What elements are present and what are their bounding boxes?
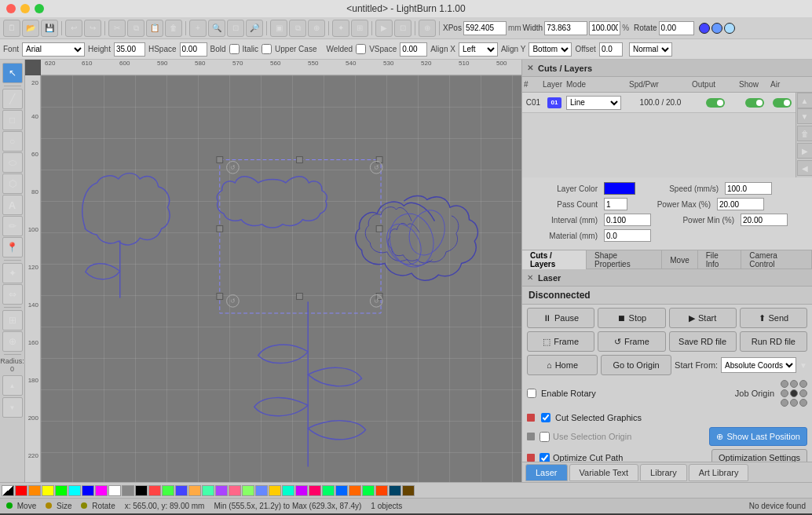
laser-close[interactable]: ✕ <box>527 273 533 282</box>
run-rd-btn[interactable]: Run RD file <box>740 331 807 352</box>
power-max-input[interactable] <box>717 198 764 210</box>
hspace-input[interactable] <box>180 42 207 57</box>
radius-up[interactable]: ▲ <box>2 375 23 396</box>
new-btn[interactable]: 🗒 <box>3 20 20 37</box>
undo-btn[interactable]: ↩ <box>65 20 82 37</box>
palette-color-18[interactable] <box>335 485 348 496</box>
optimize-check[interactable] <box>540 453 550 462</box>
stop-btn[interactable]: ⏹ Stop <box>598 308 665 328</box>
palette-color-10[interactable] <box>229 485 241 496</box>
save-rd-btn[interactable]: Save RD file <box>669 331 737 352</box>
row-layer-color[interactable]: 01 <box>543 97 566 108</box>
trace-btn[interactable]: ⊡ <box>394 20 411 37</box>
origin-bc[interactable] <box>790 399 798 407</box>
row-air[interactable] <box>770 98 794 108</box>
group-btn[interactable]: ▣ <box>270 20 287 37</box>
rotary-check[interactable] <box>527 389 536 398</box>
send-btn[interactable]: ⬆ Send <box>740 308 807 328</box>
pass-count-input[interactable] <box>604 198 627 210</box>
origin-tl[interactable] <box>781 380 788 388</box>
origin-btn[interactable]: Go to Origin <box>601 355 671 375</box>
palette-color-09[interactable] <box>135 485 148 496</box>
frame-btn1[interactable]: ⬚ Frame <box>527 331 594 352</box>
palette-color-03[interactable] <box>55 485 68 496</box>
node-edit-btn[interactable]: ✦ <box>332 20 349 37</box>
add-btn[interactable]: + <box>189 20 207 37</box>
palette-color-1d[interactable] <box>402 485 415 496</box>
palette-color-05[interactable] <box>82 485 94 496</box>
delete-layer-btn[interactable]: 🗑 <box>797 126 813 141</box>
aligny-select[interactable]: Bottom <box>529 42 572 57</box>
origin-ml[interactable] <box>781 389 788 397</box>
origin-bl[interactable] <box>781 399 788 407</box>
zoom-out-btn[interactable]: 🔎 <box>246 20 263 37</box>
save-btn[interactable]: 💾 <box>41 20 58 37</box>
row-show[interactable] <box>739 98 770 108</box>
palette-color-1c[interactable] <box>389 485 401 496</box>
palette-color-19[interactable] <box>349 485 361 496</box>
draw-path-tool[interactable]: ✏ <box>2 216 23 236</box>
palette-color-0d[interactable] <box>188 485 201 496</box>
palette-color-06[interactable] <box>95 485 108 496</box>
row-output[interactable] <box>692 98 739 108</box>
align-btn[interactable]: ⧉ <box>289 20 306 37</box>
preview-btn[interactable]: ▶ <box>375 20 393 37</box>
palette-color-16[interactable] <box>309 485 321 496</box>
bold-check[interactable] <box>229 44 240 54</box>
measure-tool[interactable]: 📍 <box>2 237 23 258</box>
draw-ellipse-tool[interactable]: ⬭ <box>2 152 23 173</box>
move-layer-right[interactable]: ▶ <box>797 143 813 159</box>
show-last-pos-btn[interactable]: ⊕ Show Last Position <box>709 427 807 446</box>
palette-color-0a[interactable] <box>148 485 161 496</box>
palette-color-0c[interactable] <box>175 485 188 496</box>
boolean-btn[interactable]: ⊕ <box>308 20 325 37</box>
palette-color-0f[interactable] <box>215 485 228 496</box>
origin-br[interactable] <box>799 399 807 407</box>
redo-btn[interactable]: ↪ <box>84 20 101 37</box>
paste-btn[interactable]: 📋 <box>146 20 163 37</box>
palette-color-02[interactable] <box>42 485 54 496</box>
show-toggle[interactable] <box>745 98 764 108</box>
bottom-tab-variable[interactable]: Variable Text <box>569 464 639 481</box>
cut-selected-check[interactable] <box>541 413 550 422</box>
font-height-input[interactable] <box>114 42 145 57</box>
color-dot-3[interactable] <box>724 23 735 34</box>
cuts-layers-close[interactable]: ✕ <box>527 64 533 72</box>
canvas-area[interactable]: 620 610 600 590 580 570 560 550 540 530 … <box>25 60 521 482</box>
start-from-select[interactable]: Absolute Coords <box>721 357 796 373</box>
node-edit-tool[interactable]: ✦ <box>2 263 23 283</box>
layer-color-swatch[interactable] <box>604 182 635 195</box>
italic-check[interactable] <box>262 44 272 54</box>
palette-color-0b[interactable] <box>162 485 174 496</box>
palette-color-01[interactable] <box>28 485 41 496</box>
alignh-select[interactable]: Left <box>459 42 498 57</box>
frame-btn2[interactable]: ↺ Frame <box>598 331 665 352</box>
draw-line-tool[interactable]: ╱ <box>2 89 23 109</box>
draw-poly-tool[interactable]: ⬡ <box>2 173 23 194</box>
maximize-button[interactable] <box>35 4 44 13</box>
grid-tool[interactable]: ⊞ <box>2 310 23 331</box>
bottom-tab-laser[interactable]: Laser <box>525 464 568 481</box>
optimization-settings-btn[interactable]: Optimization Settings <box>711 449 807 462</box>
palette-color-1b[interactable] <box>375 485 388 496</box>
font-select[interactable]: Arial <box>22 42 85 57</box>
select-tool[interactable]: ↖ <box>2 63 23 83</box>
air-toggle[interactable] <box>773 98 792 108</box>
position-tool[interactable]: ⊕ <box>2 331 23 352</box>
origin-tc[interactable] <box>790 380 798 388</box>
tab-move[interactable]: Move <box>662 250 697 269</box>
start-btn[interactable]: ▶ Start <box>669 308 737 328</box>
row-mode[interactable]: Line <box>566 96 629 110</box>
pause-btn[interactable]: ⏸ Pause <box>527 308 594 328</box>
weld-btn[interactable]: ⊞ <box>351 20 368 37</box>
radius-down[interactable]: ▼ <box>2 397 23 418</box>
color-dot-2[interactable] <box>711 23 722 34</box>
scroll-up[interactable]: ▲ <box>797 93 813 108</box>
tab-cuts-layers[interactable]: Cuts / Layers <box>522 250 587 269</box>
layer-mode-select[interactable]: Line <box>566 96 621 110</box>
normal-select[interactable]: Normal <box>629 42 672 57</box>
palette-color-15[interactable] <box>295 485 308 496</box>
canvas-content[interactable]: ↺ ↺ ↺ ↺ <box>41 75 521 482</box>
width-input[interactable] <box>544 21 587 35</box>
draw-text-tool[interactable]: A <box>2 195 23 215</box>
